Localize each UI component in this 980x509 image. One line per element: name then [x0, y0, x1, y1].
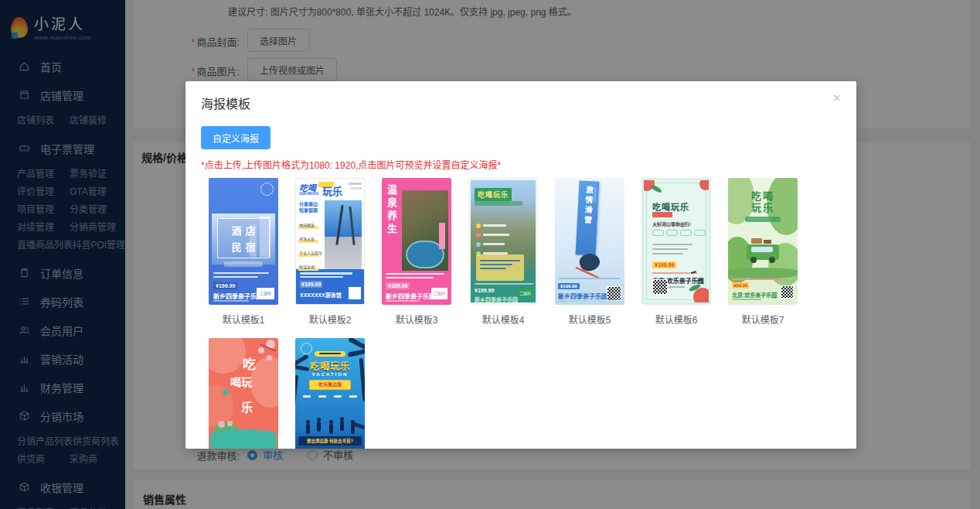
- poster-venue: XXXXXXX游泳馆: [300, 291, 342, 299]
- poster-price: ¥99.99: [732, 282, 749, 289]
- template-label: 默认模板7: [728, 313, 798, 326]
- upload-format-tip: *点击上传,上传图片格式为1080: 1920,点击图片可预览并设置自定义海报*: [201, 158, 501, 171]
- poster-title: 吃喝玩乐: [652, 200, 689, 213]
- poster-title: 酒店民宿: [217, 218, 270, 258]
- template-card-1[interactable]: 酒店民宿 ¥199.99 新乡四季亲子乐园 二维码 默认模板1: [209, 178, 278, 326]
- modal-title: 海报模板: [201, 94, 250, 112]
- poster-slogan: 分享周边悦享假期: [299, 201, 318, 214]
- poster-venue: 新乡四季亲子乐园: [558, 292, 607, 300]
- poster-venue: 新乡四季亲子乐园: [386, 292, 435, 300]
- poster-title-en: SWIMING: [299, 191, 319, 196]
- qr-code: [607, 286, 621, 301]
- poster-price: ¥199.99: [475, 288, 494, 293]
- poster-title: 喝玩: [230, 374, 252, 389]
- poster-thumbnail: 吃喝玩乐 ¥199.99 新乡四季亲子乐园 二维码: [468, 178, 538, 305]
- poster-thumbnail: 酒店民宿 ¥199.99 新乡四季亲子乐园 二维码: [209, 178, 278, 305]
- template-card-9[interactable]: 吃喝玩乐 VACATION 欢乐周边游 想去周边游 何处去寻觅?: [295, 338, 365, 449]
- poster-thumbnail: 吃 喝玩 乐: [209, 338, 278, 449]
- qr-code: [781, 285, 794, 299]
- poster-title-en: VACATION: [295, 372, 365, 377]
- poster-price: ¥199.99: [213, 282, 237, 289]
- poster-template-modal: 海报模板 × 自定义海报 *点击上传,上传图片格式为1080: 1920,点击图…: [185, 81, 856, 449]
- qr-placeholder: 二维码: [431, 288, 447, 299]
- poster-venue: 北京:欢乐亲子乐园: [732, 291, 777, 299]
- qr-placeholder: 二维码: [257, 288, 274, 299]
- template-label: 默认模板2: [295, 313, 365, 326]
- poster-venue: 新乡四季亲子乐园: [213, 292, 263, 300]
- poster-price: ¥199.99: [386, 282, 410, 289]
- template-card-7[interactable]: 吃喝玩乐 ¥99.99 北京:欢乐亲子乐园 默认模板7: [728, 178, 798, 326]
- poster-thumbnail: 温泉养生 ¥199.99 新乡四季亲子乐园 二维码: [382, 178, 451, 305]
- poster-feature: 休闲健身: [299, 222, 315, 227]
- poster-subtitle: 大好河山等你出行!: [652, 220, 691, 227]
- decor: [260, 183, 274, 196]
- poster-strip-text: 想去周边游 何处去寻觅?: [298, 436, 362, 446]
- template-label: 默认模板4: [468, 313, 538, 326]
- poster-ribbon: 激情滑雪 SKIING: [576, 180, 600, 255]
- poster-feature: 恒温泳池: [299, 264, 315, 269]
- poster-note-box: [476, 254, 524, 281]
- template-row-2: 吃 喝玩 乐: [209, 338, 365, 449]
- template-card-8[interactable]: 吃 喝玩 乐: [209, 338, 278, 449]
- poster-thumbnail: 吃喝 SWIMING 玩乐 分享周边悦享假期 休闲健身 干净水质 专业人员指导 …: [295, 178, 365, 305]
- poster-feature: 干净水质: [299, 236, 315, 241]
- poster-thumbnail: 激情滑雪 SKIING ¥199.99 新乡四季亲子乐园: [555, 178, 624, 305]
- template-label: 默认模板3: [382, 313, 451, 326]
- template-row-1: 酒店民宿 ¥199.99 新乡四季亲子乐园 二维码 默认模板1 吃喝 S: [209, 178, 798, 326]
- poster-thumbnail: 吃喝玩乐 ¥99.99 北京:欢乐亲子乐园: [728, 178, 798, 305]
- poster-subtitle: 欢乐周边游: [309, 380, 351, 390]
- poster-thumbnail: 吃喝玩乐 大好河山等你出行! ¥199.99 北京:欢乐亲子乐园: [641, 178, 711, 305]
- template-card-4[interactable]: 吃喝玩乐 ¥199.99 新乡四季亲子乐园 二维码 默认模板4: [468, 178, 538, 326]
- poster-price: ¥199.99: [652, 261, 676, 268]
- poster-photo: [325, 200, 362, 271]
- qr-button: 二维码: [517, 288, 533, 298]
- template-label: 默认模板1: [209, 313, 278, 326]
- poster-feature: 专业人员指导: [299, 250, 322, 255]
- poster-title: 温泉养生: [384, 184, 399, 271]
- poster-price: ¥199.99: [300, 281, 322, 288]
- poster-title: 吃喝玩乐: [728, 190, 798, 214]
- template-card-5[interactable]: 激情滑雪 SKIING ¥199.99 新乡四季亲子乐园 默认模板5: [555, 178, 624, 326]
- template-card-3[interactable]: 温泉养生 ¥199.99 新乡四季亲子乐园 二维码 默认模板3: [382, 178, 451, 326]
- poster-price: ¥199.99: [558, 283, 580, 289]
- qr-code: [652, 279, 668, 295]
- template-card-2[interactable]: 吃喝 SWIMING 玩乐 分享周边悦享假期 休闲健身 干净水质 专业人员指导 …: [295, 178, 365, 326]
- poster-title: 吃: [243, 354, 256, 373]
- template-label: 默认模板5: [555, 313, 624, 326]
- poster-title-en: SKIING: [593, 187, 597, 203]
- poster-thumbnail: 吃喝玩乐 VACATION 欢乐周边游 想去周边游 何处去寻觅?: [295, 338, 365, 449]
- app-window: 小泥人 www.xiaoniren.com 首页 店铺管理 店铺列表 店铺装修 …: [0, 0, 980, 509]
- template-card-6[interactable]: 吃喝玩乐 大好河山等你出行! ¥199.99 北京:欢乐亲子乐园: [641, 178, 711, 326]
- custom-poster-button[interactable]: 自定义海报: [201, 126, 271, 149]
- poster-title: 吃喝玩乐: [475, 188, 512, 201]
- decor: [224, 261, 263, 267]
- close-icon[interactable]: ×: [830, 89, 844, 108]
- poster-title: 乐: [241, 398, 253, 415]
- template-label: 默认模板6: [641, 313, 711, 326]
- car-illustration: [747, 244, 779, 260]
- qr-placeholder: [349, 287, 361, 299]
- poster-title: 玩乐: [322, 183, 342, 198]
- poster-venue: 新乡四季亲子乐园: [475, 295, 518, 303]
- poster-title: 吃喝玩乐: [295, 359, 365, 372]
- poster-footer: ¥199.99 XXXXXXX游泳馆: [296, 269, 364, 304]
